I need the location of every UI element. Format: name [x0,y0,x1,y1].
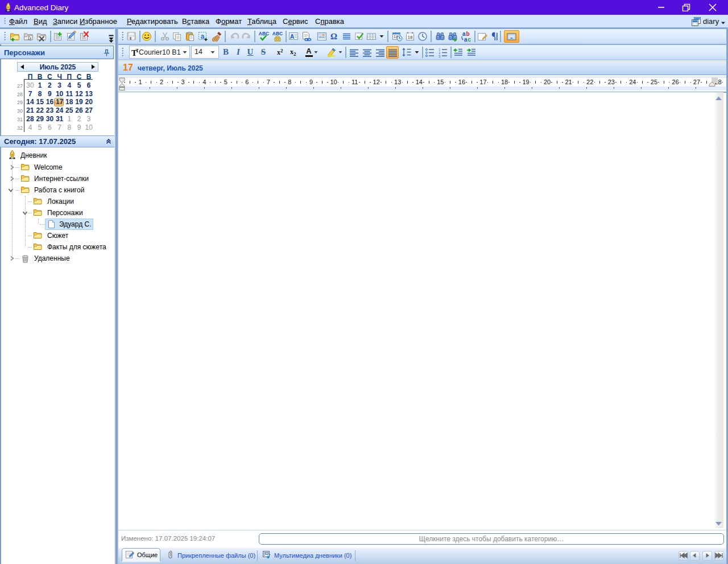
svg-text:Ω: Ω [330,32,337,41]
svg-text:a: a [464,36,468,42]
svg-text:a: a [462,31,466,37]
svg-text:c: c [468,36,471,42]
svg-text:3: 3 [439,55,441,57]
svg-text:a: a [201,32,205,40]
svg-text:A: A [290,33,295,40]
svg-text:b: b [466,31,470,37]
svg-text:18: 18 [408,35,413,40]
svg-text:ABC: ABC [259,31,269,36]
svg-text:ABC: ABC [272,31,283,36]
